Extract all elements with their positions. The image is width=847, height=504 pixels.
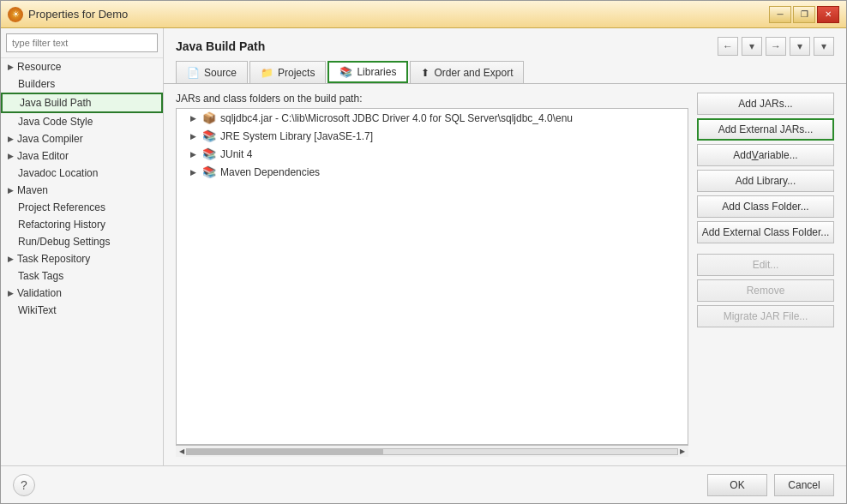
sidebar-item-task-repository[interactable]: ▶ Task Repository bbox=[1, 250, 163, 267]
tab-order-export[interactable]: ⬆ Order and Export bbox=[410, 61, 524, 83]
arrow-icon: ▶ bbox=[8, 255, 14, 263]
scroll-right-icon[interactable]: ▶ bbox=[678, 447, 687, 455]
add-variable-button[interactable]: Add Variable... bbox=[697, 144, 834, 166]
tree-arrow-icon: ▶ bbox=[190, 168, 196, 177]
edit-button[interactable]: Edit... bbox=[697, 254, 834, 276]
sidebar-item-project-references[interactable]: Project References bbox=[1, 199, 163, 216]
tab-content: JARs and class folders on the build path… bbox=[164, 84, 846, 465]
tree-item-junit[interactable]: ▶ 📚 JUnit 4 bbox=[177, 145, 688, 163]
sidebar-item-maven[interactable]: ▶ Maven bbox=[1, 182, 163, 199]
lib-icon: 📚 bbox=[202, 165, 216, 178]
minimize-button[interactable]: ─ bbox=[769, 6, 791, 23]
tab-order-export-label: Order and Export bbox=[434, 67, 513, 79]
tree-item-maven[interactable]: ▶ 📚 Maven Dependencies bbox=[177, 163, 688, 181]
sidebar-item-java-compiler[interactable]: ▶ Java Compiler bbox=[1, 130, 163, 147]
horizontal-scrollbar[interactable]: ◀ ▶ bbox=[176, 445, 688, 457]
cancel-button[interactable]: Cancel bbox=[774, 474, 834, 496]
lib-icon: 📚 bbox=[202, 147, 216, 160]
tabs-row: 📄 Source 📁 Projects 📚 Libraries ⬆ Order … bbox=[164, 61, 846, 84]
sidebar-item-label: Java Build Path bbox=[9, 97, 91, 109]
bottom-right: OK Cancel bbox=[707, 474, 834, 496]
sidebar-item-refactoring-history[interactable]: Refactoring History bbox=[1, 216, 163, 233]
projects-tab-icon: 📁 bbox=[261, 67, 273, 79]
source-tab-icon: 📄 bbox=[187, 67, 200, 79]
add-library-button[interactable]: Add Library... bbox=[697, 170, 834, 192]
back-button[interactable]: ← bbox=[718, 37, 738, 56]
restore-button[interactable]: ❐ bbox=[793, 6, 815, 23]
main-panel: Java Build Path ← ▾ → ▾ ▾ 📄 Source 📁 Pro… bbox=[164, 28, 846, 465]
sidebar-item-label: Javadoc Location bbox=[8, 167, 98, 179]
close-button[interactable]: ✕ bbox=[817, 6, 839, 23]
sidebar-item-label: Refactoring History bbox=[8, 219, 105, 231]
sidebar-item-task-tags[interactable]: Task Tags bbox=[1, 267, 163, 285]
ok-button[interactable]: OK bbox=[707, 474, 767, 496]
migrate-jar-button[interactable]: Migrate JAR File... bbox=[697, 305, 834, 327]
panel-label: JARs and class folders on the build path… bbox=[176, 93, 688, 105]
tab-source[interactable]: 📄 Source bbox=[176, 61, 248, 83]
arrow-icon: ▶ bbox=[8, 152, 14, 160]
sidebar-item-java-code-style[interactable]: Java Code Style bbox=[1, 113, 163, 130]
app-icon: ☀ bbox=[8, 7, 23, 22]
sidebar: ▶ Resource Builders Java Build Path Java… bbox=[1, 28, 164, 465]
sidebar-item-label: Java Editor bbox=[17, 150, 69, 162]
sidebar-item-label: Builders bbox=[8, 78, 55, 90]
scroll-left-icon[interactable]: ◀ bbox=[177, 447, 186, 455]
sidebar-item-javadoc-location[interactable]: Javadoc Location bbox=[1, 165, 163, 182]
add-class-folder-button[interactable]: Add Class Folder... bbox=[697, 195, 834, 218]
tree-container[interactable]: ▶ 📦 sqljdbc4.jar - C:\lib\Microsoft JDBC… bbox=[176, 108, 688, 445]
arrow-icon: ▶ bbox=[8, 289, 14, 297]
menu-button[interactable]: ▾ bbox=[814, 37, 834, 56]
tree-item-label: JRE System Library [JavaSE-1.7] bbox=[220, 130, 373, 142]
add-external-jars-button[interactable]: Add External JARs... bbox=[697, 118, 834, 141]
sidebar-item-java-editor[interactable]: ▶ Java Editor bbox=[1, 147, 163, 165]
arrow-icon: ▶ bbox=[8, 186, 14, 195]
help-button[interactable]: ? bbox=[13, 474, 35, 496]
tree-item-label: sqljdbc4.jar - C:\lib\Microsoft JDBC Dri… bbox=[220, 112, 573, 124]
arrow-icon: ▶ bbox=[8, 63, 14, 71]
bottom-left: ? bbox=[13, 474, 35, 496]
sidebar-item-resource[interactable]: ▶ Resource bbox=[1, 58, 163, 75]
tree-arrow-icon: ▶ bbox=[190, 132, 196, 141]
arrow-icon: ▶ bbox=[8, 135, 14, 143]
remove-button[interactable]: Remove bbox=[697, 279, 834, 302]
tree-item-jre[interactable]: ▶ 📚 JRE System Library [JavaSE-1.7] bbox=[177, 127, 688, 145]
sidebar-item-run-debug-settings[interactable]: Run/Debug Settings bbox=[1, 233, 163, 250]
add-jars-button[interactable]: Add JARs... bbox=[697, 93, 834, 115]
sidebar-item-label: Resource bbox=[17, 61, 61, 73]
tab-projects[interactable]: 📁 Projects bbox=[249, 61, 326, 83]
sidebar-item-label: Project References bbox=[8, 201, 105, 213]
sidebar-item-label: Run/Debug Settings bbox=[8, 236, 110, 248]
filter-input[interactable] bbox=[6, 33, 158, 52]
tab-source-label: Source bbox=[204, 67, 237, 79]
tree-item-label: Maven Dependencies bbox=[220, 166, 320, 178]
title-bar-left: ☀ Properties for Demo bbox=[8, 7, 128, 22]
forward-button[interactable]: → bbox=[766, 37, 786, 56]
sidebar-item-label: Validation bbox=[17, 287, 62, 299]
title-bar-controls: ─ ❐ ✕ bbox=[769, 6, 839, 23]
sidebar-item-wikitext[interactable]: WikiText bbox=[1, 302, 163, 319]
sidebar-item-builders[interactable]: Builders bbox=[1, 75, 163, 93]
scrollbar-thumb[interactable] bbox=[187, 449, 383, 454]
buttons-panel: Add JARs... Add External JARs... Add Var… bbox=[697, 93, 834, 457]
bottom-bar: ? OK Cancel bbox=[1, 465, 846, 503]
libraries-panel: JARs and class folders on the build path… bbox=[176, 93, 688, 457]
main-title: Java Build Path bbox=[176, 39, 265, 53]
properties-window: ☀ Properties for Demo ─ ❐ ✕ ▶ Resource B… bbox=[0, 0, 847, 504]
main-header: Java Build Path ← ▾ → ▾ ▾ bbox=[164, 28, 846, 61]
title-bar: ☀ Properties for Demo ─ ❐ ✕ bbox=[1, 1, 846, 28]
sidebar-item-java-build-path[interactable]: Java Build Path bbox=[1, 93, 163, 113]
add-external-class-folder-button[interactable]: Add External Class Folder... bbox=[697, 221, 834, 243]
tree-item-sqljdbc[interactable]: ▶ 📦 sqljdbc4.jar - C:\lib\Microsoft JDBC… bbox=[177, 109, 688, 127]
back-dropdown-button[interactable]: ▾ bbox=[742, 37, 762, 56]
libraries-tab-icon: 📚 bbox=[339, 66, 352, 78]
sidebar-item-label: WikiText bbox=[8, 304, 57, 316]
sidebar-item-validation[interactable]: ▶ Validation bbox=[1, 285, 163, 302]
scrollbar-track[interactable] bbox=[186, 448, 678, 455]
header-actions: ← ▾ → ▾ ▾ bbox=[718, 37, 834, 56]
tree-arrow-icon: ▶ bbox=[190, 114, 196, 123]
forward-dropdown-button[interactable]: ▾ bbox=[790, 37, 810, 56]
sidebar-item-label: Java Code Style bbox=[8, 116, 93, 128]
sidebar-item-label: Task Tags bbox=[8, 270, 63, 282]
content-area: ▶ Resource Builders Java Build Path Java… bbox=[1, 28, 846, 465]
tab-libraries[interactable]: 📚 Libraries bbox=[327, 61, 408, 83]
